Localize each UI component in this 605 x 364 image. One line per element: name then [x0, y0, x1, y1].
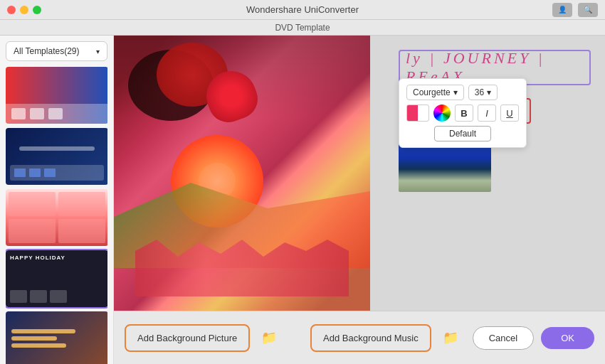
color-picker-icon[interactable]: [433, 105, 451, 122]
content-area: ly | JOURNEY | REeAX Courgette ▾ 36 ▾: [114, 36, 605, 364]
size-chevron-icon: ▾: [487, 87, 491, 97]
thumb-cell: [9, 192, 56, 216]
app-title: Wondershare UniConverter: [246, 4, 359, 15]
template-thumb-1[interactable]: [6, 67, 107, 124]
titlebar: Wondershare UniConverter 👤 🔍: [0, 0, 605, 20]
thumb-label: HAPPY HOLIDAY: [10, 255, 104, 261]
font-row: Courgette ▾ 36 ▾: [406, 85, 519, 100]
thumb-cell: [9, 219, 56, 243]
thumb-cell: [58, 192, 105, 216]
thumb-line: [11, 329, 75, 333]
mini-sq: [29, 168, 41, 177]
template-dropdown[interactable]: All Templates(29) ▾: [6, 41, 107, 61]
folder-icon-picture[interactable]: 📁: [261, 330, 277, 346]
thumb-cell: [58, 219, 105, 243]
color-swatch[interactable]: [406, 105, 429, 122]
minimize-button[interactable]: [20, 6, 28, 14]
page-title: DVD Template: [275, 23, 330, 33]
bottom-bar: Add Background Picture 📁 Add Background …: [114, 311, 605, 364]
fruit-overlay: [114, 36, 370, 311]
default-button[interactable]: Default: [434, 126, 491, 141]
mini-box: [30, 108, 44, 119]
preview-canvas: ly | JOURNEY | REeAX Courgette ▾ 36 ▾: [114, 36, 605, 311]
subtitle-bar: DVD Template: [0, 20, 605, 36]
template-list: HAPPY HOLIDAY HAPP: [6, 67, 107, 364]
template-thumb-4[interactable]: HAPPY HOLIDAY: [6, 250, 107, 307]
mini-sq: [44, 168, 56, 177]
thumb-cell: [30, 290, 47, 303]
cancel-button[interactable]: Cancel: [473, 326, 534, 350]
sidebar: All Templates(29) ▾: [0, 36, 114, 364]
add-background-music-button[interactable]: Add Background Music: [310, 324, 431, 352]
main-layout: All Templates(29) ▾: [0, 36, 605, 364]
font-chevron-icon: ▾: [453, 87, 458, 97]
titlebar-icons: 👤 🔍: [552, 3, 598, 17]
template-thumb-5[interactable]: [6, 311, 107, 364]
thumb-line: [11, 336, 57, 341]
mini-sq: [14, 168, 26, 177]
add-background-picture-button[interactable]: Add Background Picture: [125, 324, 250, 352]
default-row: Default: [406, 126, 519, 141]
text-toolbar: Courgette ▾ 36 ▾ B I U Default: [399, 78, 527, 148]
bold-button[interactable]: B: [455, 105, 473, 122]
decorative: [135, 240, 349, 296]
user-icon[interactable]: 👤: [552, 3, 572, 17]
font-size: 36: [475, 87, 484, 97]
thumb-cell: [10, 290, 27, 303]
template-thumb-3[interactable]: [6, 189, 107, 246]
close-button[interactable]: [7, 6, 16, 14]
search-icon[interactable]: 🔍: [578, 3, 598, 17]
folder-icon-music[interactable]: 📁: [443, 330, 458, 346]
size-select[interactable]: 36 ▾: [468, 85, 498, 100]
dropdown-label: All Templates(29): [14, 46, 79, 56]
font-name: Courgette: [413, 87, 451, 97]
window-controls[interactable]: [7, 6, 41, 14]
mini-box: [11, 108, 26, 119]
italic-button[interactable]: I: [478, 105, 496, 122]
font-select[interactable]: Courgette ▾: [406, 85, 464, 100]
thumb-line: [11, 343, 66, 348]
maximize-button[interactable]: [33, 6, 41, 14]
thumb-cell: [50, 290, 67, 303]
bottom-actions: Cancel OK: [473, 326, 594, 350]
ok-button[interactable]: OK: [541, 327, 594, 349]
underline-button[interactable]: U: [500, 105, 519, 122]
chevron-down-icon: ▾: [96, 48, 100, 55]
mini-box: [48, 108, 63, 119]
template-thumb-2[interactable]: [6, 128, 107, 185]
background-image: [114, 36, 370, 311]
format-row: B I U: [406, 105, 519, 122]
